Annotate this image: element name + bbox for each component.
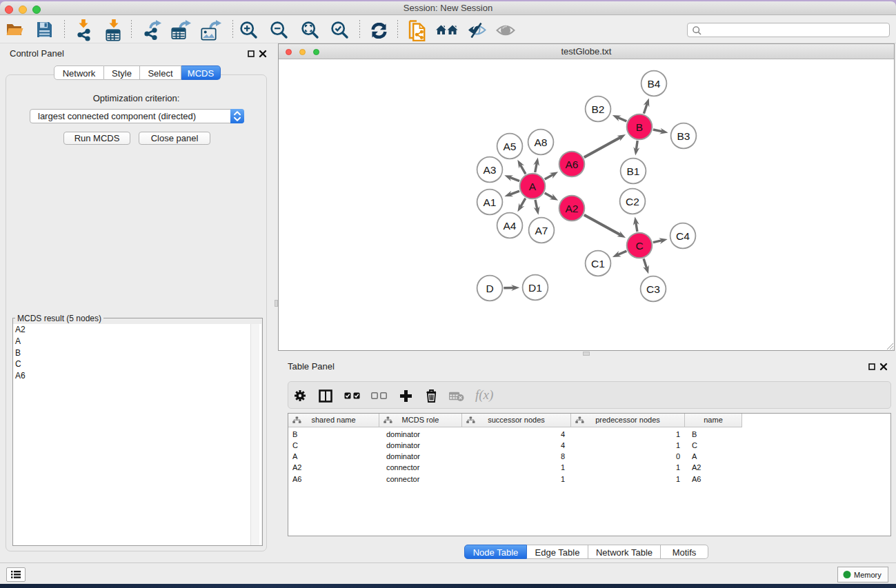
svg-text:A: A [529,181,537,192]
svg-text:B: B [636,121,643,133]
svg-text:A1: A1 [484,196,497,208]
svg-text:B3: B3 [677,130,690,142]
svg-text:D1: D1 [528,282,542,294]
svg-text:C: C [635,240,643,252]
svg-text:A4: A4 [504,220,517,232]
svg-text:C1: C1 [591,258,605,270]
svg-text:A6: A6 [566,159,579,170]
svg-text:B2: B2 [592,103,605,115]
svg-text:B1: B1 [627,165,640,177]
svg-text:A2: A2 [566,203,579,214]
svg-text:A3: A3 [484,164,497,176]
svg-text:D: D [486,283,493,294]
svg-text:A7: A7 [535,225,548,236]
svg-text:C4: C4 [676,230,690,242]
svg-text:C2: C2 [626,196,639,207]
svg-text:A5: A5 [504,141,517,152]
svg-text:C3: C3 [646,283,660,295]
svg-text:B4: B4 [648,78,661,90]
svg-text:A8: A8 [535,136,548,148]
svg-text:Memory: Memory [854,571,882,579]
